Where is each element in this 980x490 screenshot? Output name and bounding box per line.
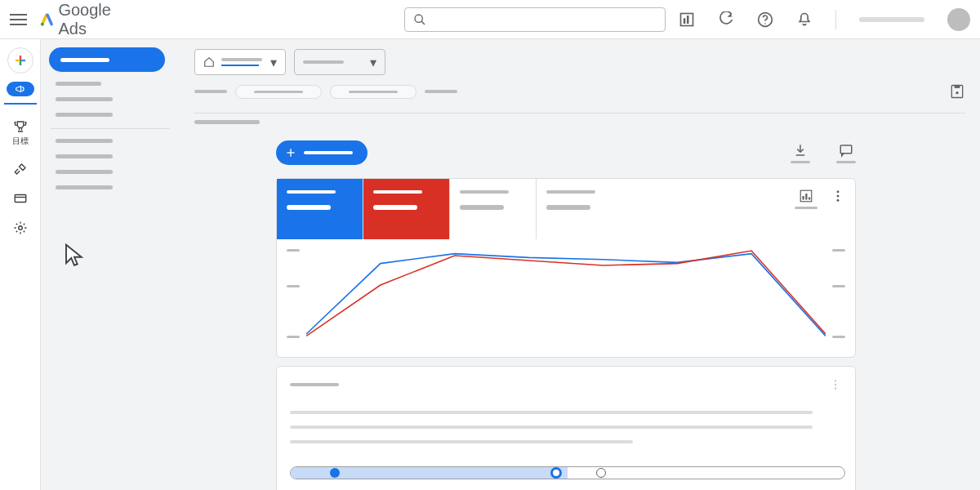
goals-label: 目標 (12, 136, 29, 147)
line-chart (277, 239, 855, 357)
filter-select[interactable]: ▾ (294, 49, 385, 75)
download-icon (793, 143, 808, 158)
svg-rect-20 (840, 145, 852, 154)
billing-nav[interactable] (13, 191, 28, 206)
svg-rect-5 (687, 16, 689, 24)
metric-tab-3[interactable] (450, 179, 537, 239)
svg-point-1 (415, 15, 422, 22)
svg-rect-24 (808, 198, 810, 200)
sidebar-item[interactable] (56, 154, 113, 158)
svg-point-28 (835, 380, 836, 381)
step-done[interactable] (330, 468, 340, 478)
help-icon[interactable] (757, 11, 773, 28)
search-input[interactable] (404, 7, 666, 32)
sidebar-item-active[interactable] (49, 47, 165, 72)
search-icon (413, 13, 426, 26)
breadcrumb-chips (194, 83, 965, 114)
svg-line-2 (421, 21, 425, 24)
card-icon (13, 191, 28, 206)
left-rail: 目標 (0, 39, 41, 490)
sidebar-item[interactable] (56, 139, 113, 143)
megaphone-icon (15, 83, 26, 95)
text-line (290, 440, 633, 443)
breadcrumb-item[interactable] (194, 90, 227, 93)
svg-rect-16 (955, 86, 960, 88)
gear-icon (13, 220, 28, 235)
text-line (290, 425, 813, 429)
sidebar-item[interactable] (56, 170, 113, 174)
feedback-button[interactable] (836, 143, 856, 163)
filter-chip[interactable] (330, 85, 416, 99)
svg-point-30 (835, 388, 836, 390)
download-button[interactable] (791, 143, 810, 163)
svg-point-14 (18, 226, 22, 230)
svg-point-29 (835, 384, 836, 385)
text-line (290, 411, 813, 414)
goals-nav[interactable]: 目標 (12, 119, 29, 147)
svg-rect-4 (684, 18, 686, 24)
refresh-icon[interactable] (718, 11, 734, 28)
section-title (194, 120, 260, 124)
plus-icon (13, 53, 28, 68)
create-button[interactable] (7, 47, 33, 74)
settings-nav[interactable] (13, 220, 28, 235)
logo-text: Google Ads (58, 1, 130, 38)
metrics-chart-card (276, 178, 856, 358)
svg-point-26 (837, 195, 840, 198)
metric-tab-4[interactable] (537, 179, 623, 239)
more-menu-icon[interactable] (831, 189, 845, 203)
svg-rect-22 (803, 196, 804, 200)
svg-point-25 (837, 190, 840, 193)
main-content: ▾ ▾ (180, 39, 980, 490)
sidebar-item[interactable] (56, 82, 101, 86)
sidebar-item[interactable] (56, 113, 113, 117)
feedback-icon (839, 143, 853, 158)
tools-icon (13, 162, 28, 176)
tools-nav[interactable] (13, 162, 28, 176)
svg-point-0 (40, 22, 43, 25)
new-campaign-button[interactable] (276, 140, 368, 165)
scope-select[interactable]: ▾ (194, 49, 286, 75)
svg-point-7 (764, 23, 766, 24)
logo: Google Ads (40, 1, 131, 38)
chart-options-button[interactable] (795, 189, 817, 209)
step-current[interactable] (550, 467, 562, 479)
filter-chip[interactable] (235, 85, 322, 99)
campaigns-nav[interactable] (7, 82, 34, 96)
trophy-icon (13, 119, 28, 134)
svg-point-17 (956, 91, 958, 94)
metric-tab-2[interactable] (363, 179, 450, 239)
save-view-icon[interactable] (949, 83, 965, 100)
notifications-icon[interactable] (796, 11, 813, 28)
plus-icon (284, 146, 297, 159)
cursor-icon (62, 242, 87, 266)
chart-icon (799, 189, 813, 203)
chevron-down-icon: ▾ (270, 55, 277, 70)
account-label[interactable] (859, 17, 924, 22)
sidebar-item[interactable] (56, 185, 113, 189)
step-next[interactable] (596, 468, 606, 478)
avatar[interactable] (947, 8, 970, 31)
reports-icon[interactable] (679, 11, 695, 28)
menu-icon[interactable] (10, 10, 27, 29)
progress-stepper[interactable] (290, 466, 845, 479)
app-header: Google Ads (0, 0, 980, 39)
svg-rect-23 (805, 194, 807, 200)
breadcrumb-item[interactable] (425, 90, 457, 93)
recommendations-card (276, 366, 856, 490)
svg-point-27 (837, 199, 840, 202)
home-icon (203, 56, 215, 68)
chevron-down-icon: ▾ (370, 55, 376, 70)
google-ads-logo-icon (40, 11, 54, 28)
sidebar-item[interactable] (56, 97, 113, 101)
svg-rect-12 (15, 195, 26, 203)
header-actions (679, 8, 970, 31)
nav-indicator (4, 103, 37, 105)
more-menu-icon[interactable] (829, 378, 842, 391)
card-title (290, 383, 339, 386)
metric-tab-1[interactable] (277, 179, 363, 239)
divider (835, 10, 836, 29)
